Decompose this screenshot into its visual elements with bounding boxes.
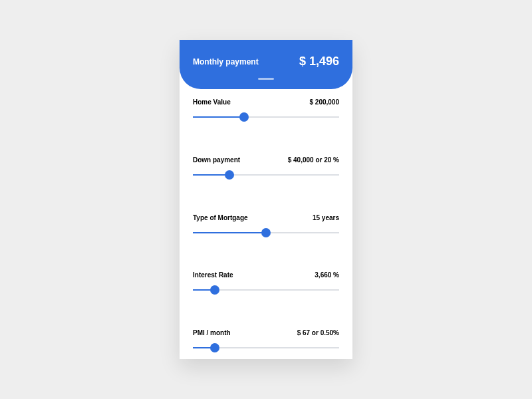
mortgage-calculator-card: Monthly payment $ 1,496 Home Value $ 200… <box>180 40 352 359</box>
interest-rate-value: 3,660 % <box>315 271 339 279</box>
slider-list: Home Value $ 200,000 Down payment $ 40,0… <box>180 89 352 359</box>
home-value-amount: $ 200,000 <box>310 98 340 106</box>
home-value-slider[interactable] <box>193 112 339 122</box>
home-value-label: Home Value <box>193 98 231 106</box>
interest-rate-field: Interest Rate 3,660 % <box>193 271 339 295</box>
mortgage-type-slider[interactable] <box>193 228 339 237</box>
down-payment-amount: $ 40,000 or 20 % <box>288 156 339 164</box>
down-payment-label: Down payment <box>193 156 240 164</box>
pmi-slider[interactable] <box>193 343 339 352</box>
drag-handle-icon[interactable] <box>258 78 274 80</box>
pmi-field: PMI / month $ 67 or 0.50% <box>193 329 339 352</box>
mortgage-type-label: Type of Mortgage <box>193 214 248 221</box>
mortgage-type-value: 15 years <box>313 214 339 221</box>
interest-rate-slider[interactable] <box>193 285 339 295</box>
monthly-payment-header: Monthly payment $ 1,496 <box>180 40 352 89</box>
home-value-field: Home Value $ 200,000 <box>193 98 339 122</box>
down-payment-field: Down payment $ 40,000 or 20 % <box>193 156 339 180</box>
monthly-payment-value: $ 1,496 <box>299 55 339 68</box>
pmi-label: PMI / month <box>193 329 231 336</box>
interest-rate-label: Interest Rate <box>193 271 233 279</box>
monthly-payment-label: Monthly payment <box>193 57 259 66</box>
pmi-value: $ 67 or 0.50% <box>297 329 339 336</box>
mortgage-type-field: Type of Mortgage 15 years <box>193 214 339 237</box>
down-payment-slider[interactable] <box>193 170 339 180</box>
